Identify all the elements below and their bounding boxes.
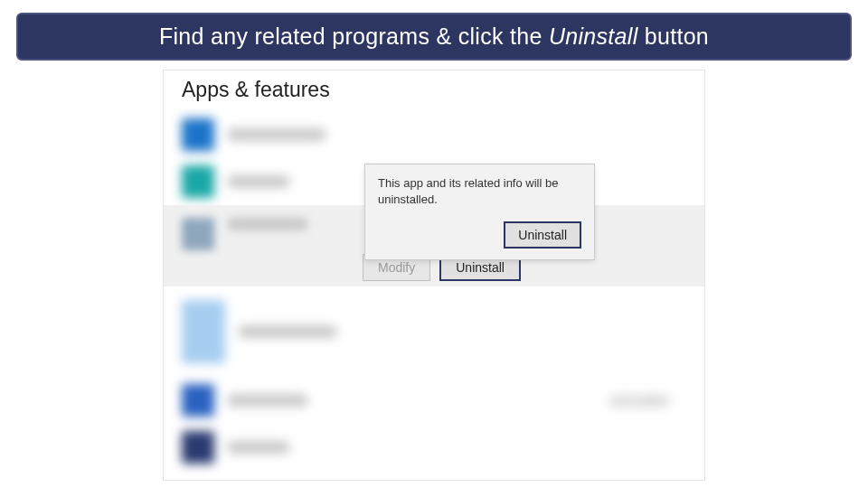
app-icon <box>182 165 214 198</box>
app-name-blurred <box>227 441 290 454</box>
app-row[interactable] <box>164 111 704 158</box>
settings-window: Apps & features Modify Uninstall <box>163 70 705 481</box>
uninstall-confirm-popup: This app and its related info will be un… <box>364 164 595 260</box>
popup-actions: Uninstall <box>378 221 581 249</box>
instruction-banner: Find any related programs & click the Un… <box>16 13 852 61</box>
popup-uninstall-button[interactable]: Uninstall <box>504 221 581 249</box>
banner-text-italic: Uninstall <box>549 23 638 49</box>
banner-text-prefix: Find any related programs & click the <box>159 23 549 49</box>
app-name-blurred <box>227 175 290 188</box>
app-name-blurred <box>227 128 326 141</box>
app-name-blurred <box>227 394 308 407</box>
app-icon <box>182 300 225 363</box>
app-name-blurred <box>227 218 308 230</box>
app-name-blurred <box>238 325 337 338</box>
app-icon <box>182 384 214 417</box>
app-row[interactable] <box>164 424 704 471</box>
page-title: Apps & features <box>164 70 704 111</box>
app-icon <box>182 218 214 250</box>
app-row[interactable] <box>164 286 704 377</box>
app-icon <box>182 431 214 464</box>
banner-text-suffix: button <box>638 23 710 49</box>
app-icon <box>182 118 214 151</box>
popup-message: This app and its related info will be un… <box>378 175 581 207</box>
app-install-date: 12/21/2023 <box>609 394 668 408</box>
app-row[interactable]: 12/21/2023 <box>164 377 704 424</box>
